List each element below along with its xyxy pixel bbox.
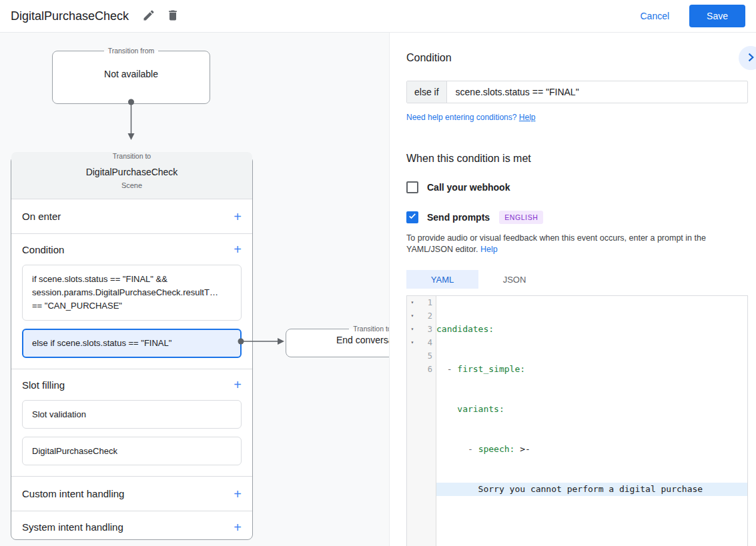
page-title: DigitalPurchaseCheck — [11, 9, 129, 23]
fold-arrow-icon[interactable]: ▾ — [407, 323, 418, 336]
add-system-intent-button[interactable]: + — [234, 521, 242, 534]
end-node-legend: Transition to — [349, 325, 389, 333]
language-badge: ENGLISH — [499, 211, 543, 224]
send-prompts-label: Send prompts — [427, 212, 490, 223]
transition-from-legend: Transition from — [104, 47, 159, 55]
add-slot-button[interactable]: + — [234, 378, 242, 391]
line-number: 2 — [418, 309, 436, 323]
condition-met-title: When this condition is met — [406, 153, 756, 165]
top-bar: DigitalPurchaseCheck Cancel Save — [0, 0, 756, 33]
system-intent-label: System intent handling — [22, 521, 123, 533]
line-number: 5 — [418, 349, 436, 363]
send-prompts-checkbox[interactable] — [406, 211, 418, 223]
fold-arrow-icon[interactable]: ▾ — [407, 336, 418, 349]
trash-icon — [166, 9, 179, 24]
delete-scene-button[interactable] — [161, 4, 185, 28]
code-line-3: variants: — [436, 403, 747, 416]
scene-type: Scene — [11, 181, 252, 189]
condition-section-label: Condition — [22, 244, 64, 255]
chevron-right-icon — [744, 51, 756, 66]
webhook-row: Call your webhook — [406, 181, 756, 193]
condition-expression-input[interactable] — [447, 81, 747, 103]
condition-item-2-selected[interactable]: else if scene.slots.status == "FINAL" — [22, 329, 242, 358]
line-number: 6 — [418, 363, 436, 376]
help-text: Need help entering conditions? — [406, 113, 519, 122]
panel-title: Condition — [406, 52, 452, 64]
prompts-hint: To provide audio or visual feedback when… — [406, 233, 745, 255]
editor-gutter: ▾1 ▾2 ▾3 ▾4 5 6 — [407, 296, 436, 546]
line-number: 1 — [418, 296, 436, 309]
collapse-panel-button[interactable] — [739, 46, 756, 70]
condition-1-line1: if scene.slots.status == "FINAL" && — [32, 273, 232, 286]
add-condition-button[interactable]: + — [234, 243, 242, 256]
webhook-checkbox[interactable] — [406, 181, 418, 193]
line-number: 3 — [418, 323, 436, 336]
system-intent-row[interactable]: System intent handling + — [11, 511, 252, 543]
condition-head-row[interactable]: Condition + — [11, 234, 252, 265]
edit-scene-button[interactable] — [137, 4, 161, 28]
webhook-label: Call your webhook — [427, 182, 510, 193]
yaml-editor[interactable]: ▾1 ▾2 ▾3 ▾4 5 6 candidates: - first_simp… — [406, 295, 748, 546]
condition-1-line2: session.params.DigitalPurchaseCheck.resu… — [32, 286, 232, 299]
add-on-enter-button[interactable]: + — [234, 210, 242, 223]
code-line-4: - speech: >- — [436, 443, 747, 456]
slot-validation-item[interactable]: Slot validation — [22, 400, 242, 429]
transition-from-value: Not available — [53, 69, 210, 79]
code-area[interactable]: candidates: - first_simple: variants: - … — [436, 296, 747, 546]
custom-intent-label: Custom intent handling — [22, 488, 124, 499]
scene-name: DigitalPurchaseCheck — [11, 167, 252, 177]
code-line-1: candidates: — [436, 323, 747, 336]
custom-intent-row[interactable]: Custom intent handling + — [11, 477, 252, 511]
condition-2-text: else if scene.slots.status == "FINAL" — [32, 337, 232, 350]
transition-from-node[interactable]: Transition from Not available — [52, 47, 210, 104]
prompts-help-link[interactable]: Help — [480, 245, 498, 254]
prompts-hint-text: To provide audio or visual feedback when… — [406, 233, 706, 254]
code-line-5-highlighted: Sorry you cannot perform a digital purch… — [436, 483, 747, 496]
code-line-6 — [436, 523, 747, 536]
end-node-value: End conversation — [286, 335, 389, 345]
save-button[interactable]: Save — [689, 5, 745, 27]
slot-filling-section: Slot filling + Slot validation DigitalPu… — [11, 369, 252, 477]
line-number: 4 — [418, 336, 436, 349]
flow-canvas: Transition from Not available Transition… — [0, 33, 389, 546]
condition-help-line: Need help entering conditions? Help — [406, 113, 756, 122]
cancel-button[interactable]: Cancel — [640, 11, 669, 21]
send-prompts-row: Send prompts ENGLISH — [406, 211, 756, 224]
tab-yaml[interactable]: YAML — [406, 270, 478, 289]
transition-to-legend: Transition to — [109, 152, 155, 161]
end-conversation-node[interactable]: Transition to End conversation — [286, 325, 389, 357]
on-enter-label: On enter — [22, 211, 61, 222]
condition-help-link[interactable]: Help — [519, 113, 536, 122]
editor-tabs: YAML JSON — [406, 270, 756, 289]
condition-item-1[interactable]: if scene.slots.status == "FINAL" && sess… — [22, 265, 242, 321]
slot-filling-head-row[interactable]: Slot filling + — [11, 369, 252, 400]
checkmark-icon — [408, 211, 417, 223]
condition-section: Condition + if scene.slots.status == "FI… — [11, 234, 252, 369]
fold-arrow-icon[interactable]: ▾ — [407, 309, 418, 323]
condition-1-line3: == "CAN_PURCHASE" — [32, 299, 232, 313]
on-enter-row[interactable]: On enter + — [11, 199, 252, 234]
condition-expression-row: else if — [406, 81, 748, 103]
condition-detail-panel: Condition else if Need help entering con… — [389, 33, 756, 546]
scene-card: Transition to DigitalPurchaseCheck Scene… — [11, 152, 253, 540]
pencil-icon — [142, 9, 155, 24]
slot-filling-label: Slot filling — [22, 379, 65, 391]
condition-prefix-label: else if — [407, 81, 447, 103]
tab-json[interactable]: JSON — [478, 270, 550, 289]
slot-digitalpurchasecheck-item[interactable]: DigitalPurchaseCheck — [22, 437, 242, 465]
add-custom-intent-button[interactable]: + — [234, 487, 242, 501]
fold-arrow-icon[interactable]: ▾ — [407, 296, 418, 309]
code-line-2: - first_simple: — [436, 363, 747, 376]
